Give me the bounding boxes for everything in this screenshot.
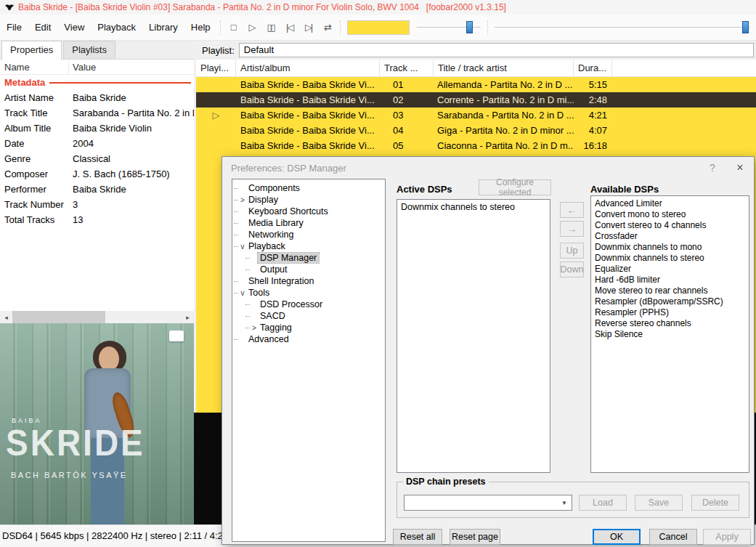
property-row[interactable]: Performer Baiba Skride [0, 182, 194, 197]
seekbar[interactable] [417, 19, 481, 36]
available-dsp-item[interactable]: Downmix channels to mono [591, 242, 749, 253]
property-name: Track Title [0, 108, 69, 118]
available-dsp-item[interactable]: Convert stereo to 4 channels [591, 220, 749, 231]
tree-item-label: Components [246, 183, 302, 193]
volume-slider[interactable] [495, 19, 750, 36]
tree-item-label: Tools [246, 288, 272, 298]
tree-item-display[interactable]: > Display [232, 194, 385, 206]
available-dsp-item[interactable]: Downmix channels to stereo [591, 253, 749, 264]
tree-item-components[interactable]: Components [232, 182, 385, 194]
metadata-label: Metadata [4, 77, 45, 88]
available-dsp-item[interactable]: Equalizer [591, 264, 749, 275]
menu-library[interactable]: Library [142, 15, 184, 40]
play-button[interactable]: ▷ [243, 19, 261, 36]
col-title-track-artist[interactable]: Title / track artist [434, 60, 574, 76]
playing-indicator-icon: ▷ [196, 110, 236, 121]
tree-item-label: SACD [258, 311, 288, 321]
column-header-value[interactable]: Value [69, 60, 194, 74]
tree-item-networking[interactable]: Networking [232, 229, 385, 240]
tree-item-keyboard-shortcuts[interactable]: Keyboard Shortcuts [232, 206, 385, 217]
available-dsp-item[interactable]: Resampler (PPHS) [591, 307, 749, 318]
property-row[interactable]: Composer J. S. Bach (1685-1750) [0, 166, 194, 182]
dsp-chain-presets-label: DSP chain presets [403, 477, 489, 487]
combo-dropdown-icon[interactable]: ▼ [558, 496, 571, 509]
available-dsps-list[interactable]: Advanced LimiterConvert mono to stereoCo… [590, 195, 749, 473]
active-dsp-item[interactable]: Downmix channels to stereo [397, 201, 550, 213]
cancel-button[interactable]: Cancel [649, 529, 697, 545]
tree-item-tagging[interactable]: > Tagging [232, 322, 385, 333]
titlebar[interactable]: Baiba Skride - [Baiba Skride Violin #03]… [0, 0, 756, 15]
properties-hscrollbar[interactable]: ◂ ▸ [0, 311, 194, 323]
playlist-row[interactable]: Baiba Skride - Baiba Skride Vi... 05 Cia… [196, 138, 756, 153]
tree-item-playback[interactable]: v Playback [232, 240, 385, 252]
property-value: Classical [69, 153, 194, 164]
col-duration[interactable]: Dura... [574, 60, 612, 76]
active-dsps-list[interactable]: Downmix channels to stereo [397, 199, 550, 473]
random-button[interactable]: ⇄ [319, 19, 336, 36]
property-row[interactable]: Album Title Baiba Skride Violin [0, 121, 194, 136]
tree-item-dsp-manager[interactable]: DSP Manager [232, 252, 385, 264]
delete-button: Delete [691, 495, 739, 511]
cell-artist-album: Baiba Skride - Baiba Skride Vi... [236, 125, 380, 136]
tree-item-label: Playback [246, 241, 288, 251]
tree-item-shell-integration[interactable]: Shell Integration [232, 275, 385, 287]
playlist-row[interactable]: Baiba Skride - Baiba Skride Vi... 04 Gig… [196, 123, 756, 138]
menu-help[interactable]: Help [184, 15, 217, 40]
playlist-combobox[interactable]: Default [239, 43, 754, 57]
playlist-row[interactable]: ▷ Baiba Skride - Baiba Skride Vi... 03 S… [196, 108, 756, 123]
property-row[interactable]: Track Title Sarabanda - Partita No. 2 in… [0, 105, 194, 121]
tab-properties[interactable]: Properties [1, 41, 62, 60]
available-dsp-item[interactable]: Advanced Limiter [591, 198, 749, 209]
col-artist-album[interactable]: Artist/album [236, 60, 380, 76]
menu-playback[interactable]: Playback [91, 15, 142, 40]
tree-item-media-library[interactable]: Media Library [232, 217, 385, 229]
available-dsp-item[interactable]: Reverse stereo channels [591, 318, 749, 329]
dialog-help-button[interactable]: ? [702, 157, 723, 179]
seekbar-thumb[interactable] [466, 21, 473, 33]
playlist-row[interactable]: Baiba Skride - Baiba Skride Vi... 02 Cor… [196, 92, 756, 108]
column-header-name[interactable]: Name [0, 60, 69, 74]
property-row[interactable]: Date 2004 [0, 136, 194, 151]
preset-combobox[interactable]: ▼ [404, 495, 572, 511]
property-row[interactable]: Total Tracks 13 [0, 212, 194, 227]
reset-all-button[interactable]: Reset all [393, 529, 442, 545]
tree-item-dsd-processor[interactable]: DSD Processor [232, 299, 385, 310]
volume-thumb[interactable] [742, 21, 749, 33]
scrollbar-thumb[interactable] [12, 311, 105, 323]
playlist-row[interactable]: Baiba Skride - Baiba Skride Vi... 01 All… [196, 77, 756, 92]
available-dsp-item[interactable]: Move stereo to rear channels [591, 285, 749, 296]
next-button[interactable]: ▷| [300, 19, 317, 36]
col-track[interactable]: Track ... [380, 60, 434, 76]
available-dsp-item[interactable]: Resampler (dBpoweramp/SSRC) [591, 296, 749, 307]
property-name: Composer [0, 169, 69, 179]
col-playing[interactable]: Playi... [196, 60, 236, 76]
menu-file[interactable]: File [0, 15, 28, 40]
property-row[interactable]: Artist Name Baiba Skride [0, 90, 194, 105]
property-row[interactable]: Genre Classical [0, 151, 194, 166]
cell-track-number: 05 [380, 140, 434, 151]
play-icon: ▷ [249, 22, 255, 33]
available-dsp-item[interactable]: Skip Silence [591, 329, 749, 340]
available-dsp-item[interactable]: Hard -6dB limiter [591, 275, 749, 285]
property-row[interactable]: Track Number 3 [0, 197, 194, 212]
dialog-titlebar[interactable]: Preferences: DSP Manager ? × [222, 157, 754, 179]
tab-playlists[interactable]: Playlists [63, 41, 115, 59]
dialog-close-button[interactable]: × [729, 157, 751, 179]
menu-view[interactable]: View [57, 15, 91, 40]
visualization-panel[interactable] [347, 20, 410, 35]
scroll-left-icon[interactable]: ◂ [0, 311, 12, 323]
tree-item-tools[interactable]: v Tools [232, 287, 385, 299]
stop-button[interactable]: □ [224, 19, 242, 36]
reset-page-button[interactable]: Reset page [450, 529, 500, 545]
tree-item-sacd[interactable]: SACD [232, 310, 385, 322]
metadata-section-header: Metadata [0, 75, 194, 90]
tree-item-advanced[interactable]: Advanced [232, 333, 385, 345]
available-dsp-item[interactable]: Crossfader [591, 231, 749, 242]
pause-button[interactable]: ▯▯ [262, 19, 280, 36]
previous-button[interactable]: |◁ [281, 19, 298, 36]
menu-edit[interactable]: Edit [28, 15, 57, 40]
ok-button[interactable]: OK [593, 529, 641, 545]
scroll-right-icon[interactable]: ▸ [182, 311, 194, 323]
available-dsp-item[interactable]: Convert mono to stereo [591, 209, 749, 220]
tree-item-output[interactable]: Output [232, 264, 385, 275]
